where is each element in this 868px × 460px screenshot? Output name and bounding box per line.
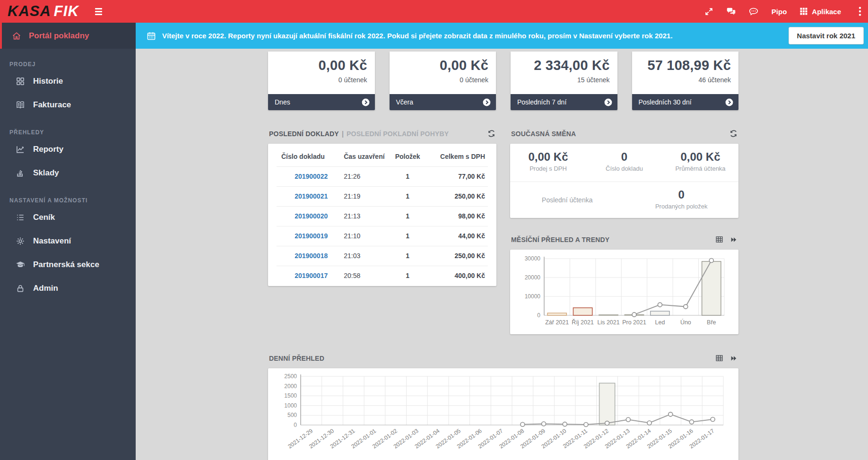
graduation-cap-icon — [16, 260, 25, 269]
document-link[interactable]: 201900022 — [295, 173, 328, 180]
apps-label: Aplikace — [812, 8, 841, 16]
svg-text:Říj 2021: Říj 2021 — [572, 319, 594, 326]
total-with-vat: 250,00 Kč — [429, 246, 488, 266]
monthly-table-view-button[interactable] — [715, 235, 723, 243]
logo-kasa: KASA — [8, 3, 51, 19]
svg-text:1000: 1000 — [284, 402, 297, 409]
close-time: 20:58 — [331, 266, 386, 286]
refresh-shift-button[interactable] — [729, 130, 738, 138]
svg-text:2500: 2500 — [284, 373, 297, 380]
stat-value: 2 334,00 Kč — [516, 58, 610, 73]
monthly-panel-header: MĚSÍČNÍ PŘEHLED A TRENDY — [510, 235, 738, 243]
sidebar-section-prodej: PRODEJ — [0, 49, 136, 69]
shift-avg-receipt-value: 0,00 Kč — [662, 150, 738, 164]
tab-posledni-doklady[interactable]: POSLEDNÍ DOKLADY — [269, 130, 339, 138]
fullscreen-icon[interactable] — [704, 7, 713, 16]
stat-card-footer-30dni[interactable]: Posledních 30 dní — [632, 94, 739, 110]
fast-forward-icon — [730, 236, 738, 243]
documents-panel-header: POSLEDNÍ DOKLADY | POSLEDNÍ POKLADNÍ POH… — [268, 130, 496, 138]
shift-doc-number-label: Číslo dokladu — [586, 165, 662, 172]
stat-card-footer-7dni[interactable]: Posledních 7 dní — [511, 94, 617, 110]
apps-button[interactable]: Aplikace — [799, 7, 841, 16]
svg-text:30000: 30000 — [525, 255, 541, 262]
refresh-icon — [487, 130, 495, 138]
stat-period-label: Posledních 30 dní — [639, 98, 692, 106]
document-link[interactable]: 201900018 — [295, 252, 328, 260]
sidebar-item-sklady[interactable]: Sklady — [0, 161, 136, 185]
total-with-vat: 77,00 Kč — [429, 166, 488, 186]
stat-receipt-count: 15 účtenek — [516, 76, 610, 84]
close-time: 21:03 — [331, 246, 386, 266]
svg-text:Úno: Úno — [680, 319, 691, 326]
stat-value: 0,00 Kč — [395, 58, 489, 73]
documents-table: Číslo dokladu Čas uzavření Položek Celke… — [277, 147, 488, 286]
shift-sales-label: Prodej s DPH — [510, 165, 586, 172]
main-area: Vítejte v roce 2022. Reporty nyní ukazuj… — [136, 23, 868, 460]
tab-separator: | — [342, 130, 344, 138]
item-count: 1 — [386, 186, 428, 206]
chat-icon[interactable] — [726, 7, 736, 17]
apps-grid-icon — [799, 7, 808, 16]
daily-overview-chart: 050010001500200025002021-12-292021-12-30… — [275, 372, 731, 458]
stat-receipt-count: 0 účtenek — [395, 76, 489, 84]
sidebar-active-label: Portál pokladny — [29, 31, 89, 41]
tab-posledni-pokladni-pohyby[interactable]: POSLEDNÍ POKLADNÍ POHYBY — [347, 130, 449, 138]
refresh-icon — [729, 130, 738, 138]
sidebar-item-admin[interactable]: Admin — [0, 277, 136, 300]
item-count: 1 — [386, 226, 428, 246]
circle-arrow-right-icon — [725, 98, 734, 107]
circle-arrow-right-icon — [604, 98, 613, 107]
total-with-vat: 98,00 Kč — [429, 206, 488, 226]
stat-value: 57 108,99 Kč — [638, 58, 731, 73]
set-year-2021-button[interactable]: Nastavit rok 2021 — [789, 27, 864, 44]
item-count: 1 — [386, 246, 428, 266]
expand-arrows-icon — [704, 7, 713, 16]
feedback-icon[interactable] — [749, 7, 759, 17]
sidebar-item-portal-pokladny[interactable]: Portál pokladny — [0, 23, 136, 49]
sidebar-item-label: Historie — [33, 77, 63, 86]
sidebar-item-historie[interactable]: Historie — [0, 69, 136, 93]
svg-text:Lis 2021: Lis 2021 — [597, 319, 619, 326]
sidebar-item-reporty[interactable]: Reporty — [0, 138, 136, 161]
sidebar-item-nastaveni[interactable]: Nastavení — [0, 229, 136, 253]
daily-table-view-button[interactable] — [715, 354, 723, 362]
gear-icon — [16, 236, 25, 246]
daily-chart-panel: 050010001500200025002021-12-292021-12-30… — [268, 368, 738, 460]
sidebar-item-fakturace[interactable]: Fakturace — [0, 93, 136, 117]
sidebar-item-label: Admin — [33, 284, 58, 293]
monthly-chart-panel: 0100002000030000Zář 2021Říj 2021Lis 2021… — [510, 250, 738, 334]
stat-receipt-count: 0 účtenek — [274, 76, 367, 84]
svg-text:0: 0 — [294, 422, 297, 428]
stat-card-footer-dnes[interactable]: Dnes — [268, 94, 375, 110]
column-header: Číslo dokladu — [277, 147, 331, 166]
sidebar-section-nastaveni: NASTAVENÍ A MOŽNOSTI — [0, 185, 136, 206]
sidebar-item-cenik[interactable]: Ceník — [0, 206, 136, 229]
table-icon — [715, 354, 723, 362]
total-with-vat: 44,00 Kč — [429, 226, 488, 246]
total-with-vat: 250,00 Kč — [429, 186, 488, 206]
logo-fik: FIK — [54, 3, 79, 19]
monthly-details-button[interactable] — [730, 236, 738, 243]
stat-period-label: Posledních 7 dní — [517, 98, 566, 106]
user-name: Pipo — [772, 8, 787, 16]
kebab-menu-icon[interactable] — [859, 6, 861, 17]
stat-value: 0,00 Kč — [274, 58, 367, 73]
sidebar-item-partnerska-sekce[interactable]: Partnerská sekce — [0, 253, 136, 277]
daily-details-button[interactable] — [730, 355, 738, 362]
stat-card-today: 0,00 Kč 0 účtenek Dnes — [268, 52, 375, 110]
refresh-documents-button[interactable] — [487, 130, 495, 138]
book-icon — [16, 100, 25, 110]
sidebar-item-label: Partnerská sekce — [33, 260, 99, 269]
lock-icon — [16, 284, 25, 293]
monthly-trend-chart: 0100002000030000Zář 2021Říj 2021Lis 2021… — [516, 252, 731, 331]
hamburger-menu-icon[interactable] — [95, 8, 102, 15]
document-link[interactable]: 201900021 — [295, 192, 328, 200]
svg-text:500: 500 — [287, 412, 297, 418]
table-row: 201900021 21:19 1 250,00 Kč — [277, 186, 488, 206]
document-link[interactable]: 201900019 — [295, 232, 328, 240]
user-menu[interactable]: Pipo — [772, 8, 787, 16]
table-row: 201900022 21:26 1 77,00 Kč — [277, 166, 488, 186]
document-link[interactable]: 201900020 — [295, 212, 328, 220]
stat-card-footer-vcera[interactable]: Včera — [390, 94, 496, 110]
document-link[interactable]: 201900017 — [295, 272, 328, 279]
